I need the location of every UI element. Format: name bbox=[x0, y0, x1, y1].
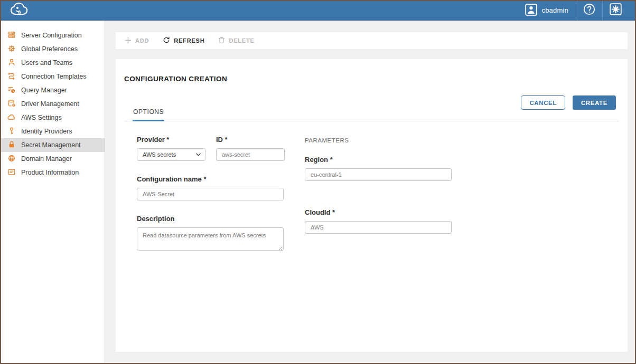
sidebar-item-server-configuration[interactable]: Server Configuration bbox=[1, 28, 105, 42]
provider-label: Provider * bbox=[137, 136, 205, 143]
main-content: ADD REFRESH DELETE bbox=[105, 21, 635, 363]
sidebar-item-label: Identity Providers bbox=[21, 128, 72, 135]
sidebar-item-label: Secret Management bbox=[21, 141, 81, 149]
globe-icon bbox=[7, 154, 16, 164]
lock-icon bbox=[7, 140, 16, 150]
sidebar-item-users-and-teams[interactable]: Users and Teams bbox=[1, 56, 105, 70]
help-icon bbox=[583, 3, 595, 17]
refresh-icon bbox=[163, 36, 170, 45]
plus-icon bbox=[125, 37, 132, 45]
user-avatar-icon bbox=[525, 4, 537, 17]
cloudid-label: CloudId * bbox=[305, 208, 452, 216]
configuration-name-label: Configuration name * bbox=[137, 175, 284, 183]
history-icon bbox=[7, 85, 16, 95]
document-icon bbox=[7, 168, 16, 178]
description-label: Description bbox=[137, 215, 284, 223]
sidebar-item-label: Connection Templates bbox=[21, 73, 86, 80]
configuration-form: Provider * AWS secrets ID * bbox=[124, 121, 619, 253]
sidebar-item-global-preferences[interactable]: Global Preferences bbox=[1, 42, 105, 56]
form-column-left: Provider * AWS secrets ID * bbox=[137, 136, 284, 253]
sidebar-item-identity-providers[interactable]: Identity Providers bbox=[1, 124, 105, 138]
sidebar-item-connection-templates[interactable]: Connection Templates bbox=[1, 70, 105, 83]
sidebar-item-product-information[interactable]: Product Information bbox=[1, 166, 105, 179]
top-app-bar: cbadmin bbox=[1, 1, 635, 21]
parameters-section-title: PARAMETERS bbox=[305, 137, 452, 143]
refresh-button[interactable]: REFRESH bbox=[163, 36, 204, 45]
sidebar-item-label: AWS Settings bbox=[21, 114, 62, 121]
sidebar-item-label: Product Information bbox=[21, 169, 79, 176]
cancel-button[interactable]: CANCEL bbox=[521, 95, 565, 110]
create-button[interactable]: CREATE bbox=[573, 95, 616, 110]
form-column-parameters: PARAMETERS Region * CloudId * bbox=[305, 136, 452, 253]
provider-select[interactable]: AWS secrets bbox=[137, 148, 205, 161]
sidebar-item-label: Global Preferences bbox=[21, 45, 78, 53]
cloud-icon bbox=[7, 113, 16, 123]
region-input[interactable] bbox=[305, 168, 452, 181]
trash-icon bbox=[218, 36, 225, 45]
sidebar-item-secret-management[interactable]: Secret Management bbox=[1, 138, 105, 152]
id-input[interactable] bbox=[216, 148, 285, 161]
provider-selected-value: AWS secrets bbox=[143, 151, 176, 158]
sidebar-item-label: Driver Management bbox=[21, 100, 79, 108]
configuration-creation-panel: CONFIGURATION CREATION CANCEL CREATE OPT… bbox=[116, 59, 628, 352]
sidebar-item-query-manager[interactable]: Query Manager bbox=[1, 83, 105, 97]
tab-options[interactable]: OPTIONS bbox=[133, 106, 164, 121]
sidebar-item-label: Domain Manager bbox=[21, 155, 72, 162]
description-textarea[interactable]: Read datasource parameters from AWS secr… bbox=[137, 227, 284, 251]
gear-icon bbox=[7, 44, 16, 54]
key-icon bbox=[7, 127, 16, 137]
delete-button[interactable]: DELETE bbox=[218, 36, 254, 45]
settings-button[interactable] bbox=[603, 1, 629, 20]
sidebar-item-driver-management[interactable]: Driver Management bbox=[1, 97, 105, 111]
user-icon bbox=[7, 58, 16, 68]
sidebar-item-label: Users and Teams bbox=[21, 59, 72, 66]
sidebar-item-label: Query Manager bbox=[21, 87, 67, 94]
cloudbeaver-logo-icon bbox=[8, 2, 35, 20]
sidebar-item-domain-manager[interactable]: Domain Manager bbox=[1, 152, 105, 166]
admin-sidebar: Server Configuration Global Preferences … bbox=[1, 21, 105, 363]
region-label: Region * bbox=[305, 156, 452, 164]
help-button[interactable] bbox=[576, 1, 602, 20]
gear-icon bbox=[610, 3, 622, 17]
id-label: ID * bbox=[216, 136, 285, 143]
list-toolbar: ADD REFRESH DELETE bbox=[116, 32, 628, 49]
sidebar-item-aws-settings[interactable]: AWS Settings bbox=[1, 111, 105, 124]
chevron-down-icon bbox=[196, 152, 201, 157]
page-title: CONFIGURATION CREATION bbox=[124, 75, 619, 83]
sidebar-item-label: Server Configuration bbox=[21, 32, 82, 39]
user-name: cbadmin bbox=[541, 6, 568, 14]
cloudid-input[interactable] bbox=[305, 221, 452, 234]
configuration-name-input[interactable] bbox=[137, 188, 284, 200]
server-icon bbox=[7, 31, 16, 41]
database-icon bbox=[7, 99, 16, 109]
add-button[interactable]: ADD bbox=[125, 37, 149, 45]
route-icon bbox=[7, 72, 16, 82]
user-menu[interactable]: cbadmin bbox=[518, 1, 576, 20]
